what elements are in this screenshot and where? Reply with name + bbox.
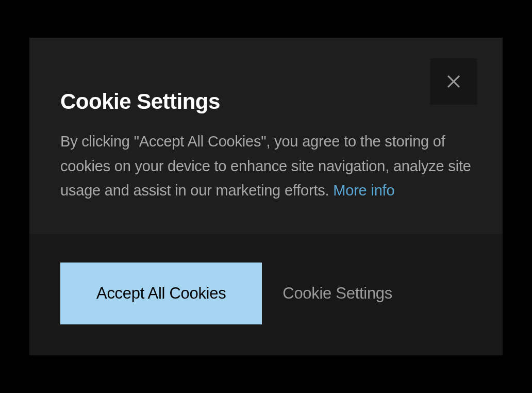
modal-footer: Accept All Cookies Cookie Settings [29, 234, 503, 355]
modal-description-text: By clicking "Accept All Cookies", you ag… [60, 133, 471, 199]
close-button[interactable] [430, 58, 477, 105]
modal-title: Cookie Settings [60, 89, 472, 114]
modal-body: Cookie Settings By clicking "Accept All … [29, 38, 503, 235]
more-info-link[interactable]: More info [333, 182, 394, 199]
close-icon [445, 73, 462, 90]
cookie-settings-button[interactable]: Cookie Settings [282, 284, 392, 303]
accept-all-cookies-button[interactable]: Accept All Cookies [60, 263, 262, 324]
modal-description: By clicking "Accept All Cookies", you ag… [60, 129, 472, 204]
cookie-settings-modal: Cookie Settings By clicking "Accept All … [29, 38, 503, 356]
